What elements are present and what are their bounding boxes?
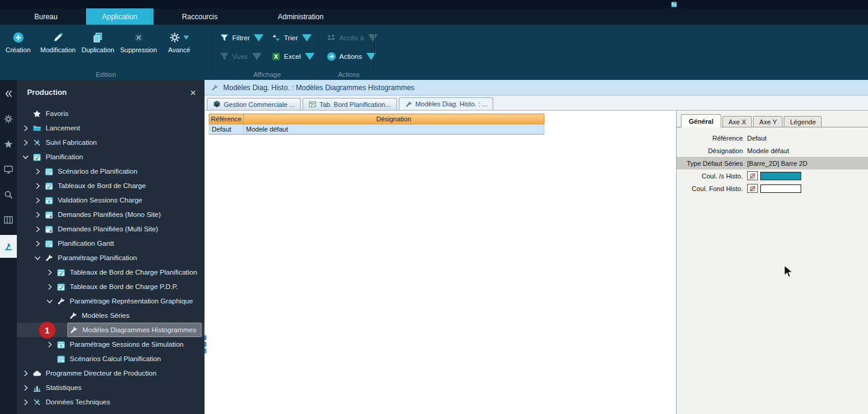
menu-tab-administration[interactable]: Administration xyxy=(262,8,340,25)
menu-tab-raccourcis[interactable]: Raccourcis xyxy=(165,8,233,25)
field-value: Defaut xyxy=(747,135,766,142)
ribbon-button-excel[interactable]: Excel xyxy=(268,50,318,63)
rail-button-monitor[interactable] xyxy=(0,159,17,180)
chevron-right-icon[interactable] xyxy=(22,124,29,132)
nav-close-button[interactable]: × xyxy=(190,88,196,98)
chevron-right-icon[interactable] xyxy=(34,211,42,219)
ribbon-button-avance[interactable]: Avancé xyxy=(162,31,196,53)
properties-tabs: GénéralAxe XAxe YLégende xyxy=(677,114,868,127)
column-header-designation[interactable]: Désignation xyxy=(244,114,544,124)
ribbon-button-duplication[interactable]: Duplication xyxy=(81,31,115,53)
tree-item-tableaux-de-bord-de-charge-p-d-p[interactable]: Tableaux de Bord de Charge P.D.P. xyxy=(17,279,205,294)
chevron-down-icon[interactable] xyxy=(34,254,42,262)
tree-item-favoris[interactable]: Favoris xyxy=(17,106,205,121)
field-value[interactable]: [Barre_2D] Barre 2D xyxy=(747,160,807,167)
tree-item-planification[interactable]: Planification xyxy=(17,150,205,164)
menu-tab-bureau[interactable]: Bureau xyxy=(18,8,74,25)
rail-button-search[interactable] xyxy=(0,184,17,205)
tree-item-programme-directeur-de-production[interactable]: Programme Directeur de Production xyxy=(17,366,205,380)
tree-item-validation-sessions-charge[interactable]: Validation Sessions Charge xyxy=(17,193,205,207)
chevron-right-icon[interactable] xyxy=(34,240,42,248)
ribbon-button-modification[interactable]: Modification xyxy=(40,31,76,53)
ribbon-button-acces-a[interactable]: Accès à xyxy=(324,31,374,44)
tree-item-suivi-fabrication[interactable]: Suivi Fabrication xyxy=(17,135,205,150)
chevron-right-icon[interactable] xyxy=(34,168,42,175)
chevron-down-icon[interactable] xyxy=(46,297,54,305)
tree-item-label: Paramétrage Sessions de Simulation xyxy=(70,341,183,348)
properties-tab-axe-x[interactable]: Axe X xyxy=(722,116,752,127)
wrench-icon xyxy=(57,297,66,306)
document-tabs: Gestion Commerciale ...Tab. Bord Planifi… xyxy=(205,96,868,111)
chevron-right-icon[interactable] xyxy=(22,370,29,377)
rail-button-gear-rail[interactable] xyxy=(0,109,17,129)
tree-item-planification-gantt[interactable]: Planification Gantt xyxy=(17,236,205,251)
tree-item-modeles-series[interactable]: Modèles Séries xyxy=(17,308,205,323)
ribbon-button-filtrer[interactable]: Filtrer xyxy=(217,31,266,44)
chevron-right-icon[interactable] xyxy=(34,196,42,204)
tree-item-tableaux-de-bord-de-charge[interactable]: Tableaux de Bord de Charge xyxy=(17,178,205,193)
tree-item-content: Validation Sessions Charge xyxy=(43,193,147,207)
ribbon-button-suppression[interactable]: Suppression xyxy=(120,31,157,53)
tree-item-demandes-planifiees-multi-site[interactable]: Demandes Planifiées (Multi Site) xyxy=(17,222,205,236)
color-picker-button[interactable] xyxy=(747,184,758,193)
chevron-right-icon[interactable] xyxy=(46,283,54,291)
tree-item-label: Données Techniques xyxy=(46,398,110,406)
tree-item-scenarios-calcul-planification[interactable]: Scénarios Calcul Planification xyxy=(17,352,205,366)
properties-tab-legende[interactable]: Légende xyxy=(784,116,822,127)
ribbon-button-iconrow xyxy=(92,31,103,43)
ribbon-button-creation[interactable]: Création xyxy=(1,31,35,53)
ribbon-button-actions[interactable]: Actions xyxy=(324,50,374,63)
tree-item-tableaux-de-bord-de-charge-planification[interactable]: Tableaux de Bord de Charge Planification xyxy=(17,265,205,279)
color-swatch[interactable] xyxy=(760,172,801,180)
chevron-down-icon xyxy=(368,33,378,43)
ribbon-button-trier[interactable]: Trier xyxy=(268,31,318,44)
chevron-right-icon[interactable] xyxy=(34,225,42,233)
robot-icon xyxy=(4,242,13,251)
tree-item-label: Modèles Diagrammes Histogrammes xyxy=(82,326,196,333)
tree-item-parametrage-sessions-de-simulation[interactable]: Paramétrage Sessions de Simulation xyxy=(17,337,205,352)
tree-item-modeles-diagrammes-histogrammes[interactable]: Modèles Diagrammes Histogrammes1 xyxy=(17,323,205,337)
nav-panel-title: Production xyxy=(27,88,190,97)
ribbon-button-vues[interactable]: Vues xyxy=(217,50,266,63)
ribbon-button-label: Trier xyxy=(284,34,298,41)
collapse-panel-button[interactable] xyxy=(0,84,17,104)
chevron-right-icon[interactable] xyxy=(22,139,29,147)
table-row[interactable]: DefautModele défaut xyxy=(209,124,544,135)
rail-button-columns[interactable] xyxy=(0,210,17,230)
chevron-right-icon[interactable] xyxy=(46,341,54,349)
calendar-day-icon xyxy=(45,196,54,205)
rail-button-star-rail[interactable] xyxy=(0,134,17,154)
tree-item-content: Données Techniques xyxy=(31,395,115,409)
column-header-reference[interactable]: Référence xyxy=(209,114,244,124)
tree-item-parametrage-planification[interactable]: Paramétrage Planification xyxy=(17,251,205,265)
tree-item-lancement[interactable]: Lancement xyxy=(17,121,205,135)
chevron-down-icon[interactable] xyxy=(22,153,29,161)
tree-item-scenarios-de-planification[interactable]: Scénarios de Planification xyxy=(17,164,205,178)
properties-tab-general[interactable]: Général xyxy=(681,114,721,127)
tree-item-content: Tableaux de Bord de Charge xyxy=(43,179,150,192)
properties-tab-axe-y[interactable]: Axe Y xyxy=(753,116,783,127)
tree-item-statistiques[interactable]: Statistiques xyxy=(17,380,205,395)
chevron-right-icon[interactable] xyxy=(22,398,29,406)
wrench-icon xyxy=(69,311,78,320)
tree-item-demandes-planifiees-mono-site[interactable]: Demandes Planifiées (Mono Site) xyxy=(17,207,205,222)
chevron-right-icon[interactable] xyxy=(22,384,29,392)
chevron-right-icon[interactable] xyxy=(34,182,42,190)
doc-tab-tab-bord-planification[interactable]: Tab. Bord Planification... xyxy=(303,98,397,110)
tree-item-content: Favoris xyxy=(31,107,73,120)
tree-item-parametrage-representation-graphique[interactable]: Paramétrage Représentation Graphique xyxy=(17,294,205,308)
doc-tab-gestion-commerciale[interactable]: Gestion Commerciale ... xyxy=(207,98,301,110)
ribbon-button-label: Avancé xyxy=(168,46,191,53)
tree-item-content: Scénarios Calcul Planification xyxy=(55,352,166,365)
color-swatch[interactable] xyxy=(760,184,801,193)
tree-item-donnees-techniques[interactable]: Données Techniques xyxy=(17,395,205,409)
chart-icon xyxy=(32,383,42,392)
menu-tab-application[interactable]: Application xyxy=(86,8,154,25)
rail-button-robot[interactable] xyxy=(0,235,17,258)
chevron-right-icon[interactable] xyxy=(46,269,54,276)
color-picker-button[interactable] xyxy=(747,171,758,180)
doc-tab-modeles-diag-histo[interactable]: Modèles Diag. Histo. : ... xyxy=(399,97,494,110)
scroll-mark xyxy=(205,342,206,347)
main-area: Production × FavorisLancementSuivi Fabri… xyxy=(0,80,868,414)
doc-tab-label: Modèles Diag. Histo. : ... xyxy=(416,100,488,108)
